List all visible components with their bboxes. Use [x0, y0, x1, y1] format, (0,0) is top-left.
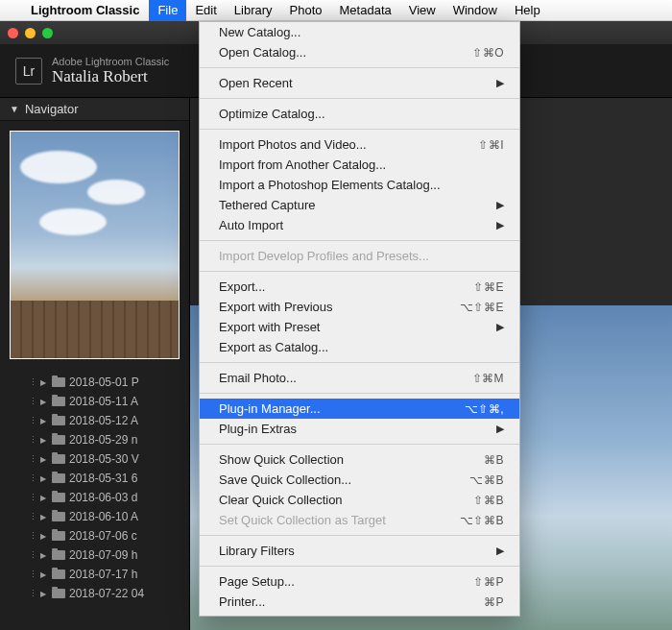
menu-item-open-recent[interactable]: Open Recent▶ — [200, 73, 519, 93]
menu-metadata[interactable]: Metadata — [331, 0, 400, 21]
submenu-arrow-icon: ▶ — [496, 199, 504, 211]
menu-item-auto-import[interactable]: Auto Import▶ — [200, 215, 519, 235]
grip-dots-icon: ⋮ — [29, 454, 36, 464]
menu-item-export-as-catalog[interactable]: Export as Catalog... — [200, 337, 519, 357]
menu-file[interactable]: File — [149, 0, 186, 21]
grip-dots-icon: ⋮ — [29, 550, 36, 560]
menu-item-new-catalog[interactable]: New Catalog... — [200, 22, 519, 42]
menu-item-optimize-catalog[interactable]: Optimize Catalog... — [200, 104, 519, 124]
menu-photo[interactable]: Photo — [281, 0, 331, 21]
grip-dots-icon: ⋮ — [29, 377, 36, 387]
identity-plate-label: Natalia Robert — [52, 67, 169, 86]
menu-item-shortcut: ⌥⌘B — [469, 473, 504, 487]
disclosure-triangle-icon[interactable]: ▶ — [40, 570, 48, 579]
menu-item-tethered-capture[interactable]: Tethered Capture▶ — [200, 195, 519, 215]
close-window-button[interactable] — [8, 28, 18, 38]
disclosure-triangle-icon[interactable]: ▶ — [40, 378, 48, 387]
disclosure-triangle-icon[interactable]: ▶ — [40, 494, 48, 502]
menu-item-export-with-previous[interactable]: Export with Previous⌥⇧⌘E — [200, 297, 519, 317]
disclosure-triangle-icon[interactable]: ▶ — [40, 513, 48, 521]
maximize-window-button[interactable] — [42, 28, 53, 38]
folder-row[interactable]: ⋮▶2018-05-12 A — [0, 411, 189, 430]
folder-name-label: 2018-05-11 A — [69, 395, 138, 408]
disclosure-triangle-icon[interactable]: ▶ — [40, 455, 48, 464]
grip-dots-icon: ⋮ — [29, 531, 36, 541]
folder-row[interactable]: ⋮▶2018-06-03 d — [0, 488, 189, 507]
menu-item-shortcut: ⌘P — [484, 595, 504, 609]
disclosure-triangle-icon[interactable]: ▶ — [40, 417, 48, 425]
menu-item-shortcut: ⇧⌘M — [472, 372, 505, 385]
menu-item-label: Library Filters — [219, 544, 496, 558]
menu-item-library-filters[interactable]: Library Filters▶ — [200, 541, 519, 561]
menu-item-import-photos-and-video[interactable]: Import Photos and Video...⇧⌘I — [200, 134, 519, 155]
disclosure-triangle-icon[interactable]: ▶ — [40, 474, 48, 483]
menu-item-label: Plug-in Manager... — [219, 401, 465, 416]
menu-item-shortcut: ⇧⌘E — [473, 280, 504, 294]
folder-row[interactable]: ⋮▶2018-07-09 h — [0, 545, 189, 565]
folder-name-label: 2018-05-30 V — [69, 452, 139, 466]
folder-row[interactable]: ⋮▶2018-05-01 P — [0, 373, 189, 392]
app-menu[interactable]: Lightroom Classic — [21, 3, 149, 17]
folder-row[interactable]: ⋮▶2018-05-11 A — [0, 392, 189, 411]
disclosure-triangle-icon[interactable]: ▶ — [40, 590, 48, 598]
folder-row[interactable]: ⋮▶2018-05-31 6 — [0, 469, 189, 488]
minimize-window-button[interactable] — [25, 28, 36, 38]
menu-item-page-setup[interactable]: Page Setup...⇧⌘P — [200, 571, 519, 592]
menu-item-export-with-preset[interactable]: Export with Preset▶ — [200, 317, 519, 337]
disclosure-triangle-icon[interactable]: ▶ — [40, 551, 48, 560]
folder-row[interactable]: ⋮▶2018-05-29 n — [0, 430, 189, 449]
menu-item-label: Import a Photoshop Elements Catalog... — [219, 178, 504, 192]
folder-row[interactable]: ⋮▶2018-07-22 04 — [0, 584, 189, 603]
folder-row[interactable]: ⋮▶2018-07-06 c — [0, 526, 189, 545]
menu-item-set-quick-collection-as-target: Set Quick Collection as Target⌥⇧⌘B — [200, 510, 519, 530]
menu-view[interactable]: View — [400, 0, 444, 21]
disclosure-triangle-icon: ▼ — [10, 104, 19, 114]
grip-dots-icon: ⋮ — [29, 435, 36, 445]
product-name-label: Adobe Lightroom Classic — [52, 56, 169, 67]
file-menu-dropdown: New Catalog...Open Catalog...⇧⌘OOpen Rec… — [199, 21, 520, 617]
folder-name-label: 2018-07-09 h — [69, 548, 137, 562]
menu-item-export[interactable]: Export...⇧⌘E — [200, 277, 519, 297]
menu-item-import-a-photoshop-elements-catalog[interactable]: Import a Photoshop Elements Catalog... — [200, 175, 519, 195]
menu-item-shortcut: ⇧⌘P — [473, 575, 504, 589]
menu-item-label: Export with Previous — [219, 300, 460, 314]
folder-name-label: 2018-06-10 A — [69, 510, 138, 523]
menu-separator — [200, 393, 519, 394]
grip-dots-icon: ⋮ — [29, 589, 36, 598]
disclosure-triangle-icon[interactable]: ▶ — [40, 436, 48, 445]
menu-help[interactable]: Help — [506, 0, 549, 21]
menu-item-show-quick-collection[interactable]: Show Quick Collection⌘B — [200, 449, 519, 470]
folder-icon — [52, 589, 65, 598]
menu-library[interactable]: Library — [226, 0, 281, 21]
navigator-thumbnail[interactable] — [10, 131, 180, 359]
menu-item-printer[interactable]: Printer...⌘P — [200, 592, 519, 612]
folder-row[interactable]: ⋮▶2018-07-17 h — [0, 565, 189, 584]
menu-separator — [200, 362, 519, 363]
folder-icon — [52, 416, 65, 425]
menu-window[interactable]: Window — [444, 0, 506, 21]
menu-item-label: Clear Quick Collection — [219, 493, 473, 507]
grip-dots-icon: ⋮ — [29, 473, 36, 483]
folder-icon — [52, 397, 65, 406]
menu-item-label: Export with Preset — [219, 320, 496, 334]
disclosure-triangle-icon[interactable]: ▶ — [40, 398, 48, 406]
folder-row[interactable]: ⋮▶2018-05-30 V — [0, 449, 189, 469]
menu-item-label: Tethered Capture — [219, 198, 496, 212]
menu-item-label: Export as Catalog... — [219, 340, 504, 354]
left-panel: ▼ Navigator ⋮▶2018-05-01 P⋮▶2018-05-11 A… — [0, 98, 190, 630]
folder-icon — [52, 493, 65, 502]
menu-edit[interactable]: Edit — [186, 0, 225, 21]
grip-dots-icon: ⋮ — [29, 416, 36, 425]
menu-item-shortcut: ⌘B — [484, 453, 504, 467]
folder-icon — [52, 531, 65, 541]
menu-item-import-from-another-catalog[interactable]: Import from Another Catalog... — [200, 155, 519, 175]
menu-item-clear-quick-collection[interactable]: Clear Quick Collection⇧⌘B — [200, 490, 519, 510]
navigator-panel-header[interactable]: ▼ Navigator — [0, 98, 189, 121]
menu-item-plug-in-manager[interactable]: Plug-in Manager...⌥⇧⌘, — [200, 399, 519, 419]
menu-item-save-quick-collection[interactable]: Save Quick Collection...⌥⌘B — [200, 470, 519, 490]
folder-row[interactable]: ⋮▶2018-06-10 A — [0, 507, 189, 526]
menu-item-open-catalog[interactable]: Open Catalog...⇧⌘O — [200, 42, 519, 62]
menu-item-email-photo[interactable]: Email Photo...⇧⌘M — [200, 368, 519, 388]
disclosure-triangle-icon[interactable]: ▶ — [40, 532, 48, 541]
menu-item-plug-in-extras[interactable]: Plug-in Extras▶ — [200, 419, 519, 439]
